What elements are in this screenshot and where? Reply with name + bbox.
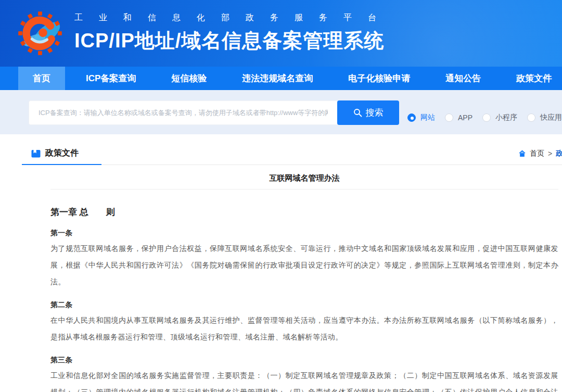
nav-item-home[interactable]: 首页 [18, 67, 65, 90]
article-1-label: 第一条 [50, 225, 558, 240]
article-3: 第三条 工业和信息化部对全国的域名服务实施监督管理，主要职责是：（一）制定互联网… [50, 352, 558, 392]
radio-app-circle-icon [445, 113, 453, 122]
radio-quickapp-label: 快应用 [540, 113, 562, 122]
breadcrumb-home-link[interactable]: 首页 [530, 149, 544, 158]
radio-app-label: APP [458, 113, 472, 122]
radio-miniprogram-circle-icon [482, 113, 491, 122]
article-1: 第一条 为了规范互联网域名服务，保护用户合法权益，保障互联网域名系统安全、可靠运… [50, 225, 558, 290]
radio-website[interactable]: 网站 [407, 113, 435, 122]
platform-name: 工业和信息化部政务服务平台 [74, 12, 392, 23]
home-icon [518, 150, 526, 157]
brand: 工业和信息化部政务服务平台 ICP/IP地址/域名信息备案管理系统 [0, 0, 562, 67]
main-content: 政策文件 首页 > 政策文件 互联网域名管理办法 第一章 总 则 第一条 为了规… [0, 134, 562, 392]
nav-item-policy-files[interactable]: 政策文件 [502, 67, 562, 90]
main-nav: 首页 ICP备案查询 短信核验 违法违规域名查询 电子化核验申请 通知公告 政策… [0, 67, 562, 90]
nav-item-icp-query[interactable]: ICP备案查询 [71, 67, 150, 90]
document-title: 互联网域名管理办法 [270, 173, 340, 182]
miit-gear-logo-icon [17, 6, 63, 60]
system-title: ICP/IP地址/域名信息备案管理系统 [74, 28, 392, 54]
nav-item-notices[interactable]: 通知公告 [431, 67, 495, 90]
document-title-row: 互联网域名管理办法 [50, 165, 558, 189]
search-type-options: 网站 APP 小程序 快应用 [407, 113, 562, 122]
search-button-label: 搜索 [366, 107, 384, 119]
nav-item-illegal-domain-query[interactable]: 违法违规域名查询 [227, 67, 327, 90]
policy-document: 互联网域名管理办法 第一章 总 则 第一条 为了规范互联网域名服务，保护用户合法… [50, 165, 558, 392]
nav-item-sms-verify[interactable]: 短信核验 [157, 67, 221, 90]
breadcrumb-separator: > [548, 149, 552, 158]
section-title: 政策文件 [45, 148, 79, 159]
radio-miniprogram[interactable]: 小程序 [482, 113, 517, 122]
search-icon [353, 108, 362, 117]
article-2-label: 第二条 [50, 297, 558, 312]
radio-quickapp[interactable]: 快应用 [527, 113, 562, 122]
article-3-label: 第三条 [50, 352, 558, 367]
radio-app[interactable]: APP [445, 113, 472, 122]
chapter-heading: 第一章 总 则 [50, 206, 558, 218]
radio-website-label: 网站 [420, 113, 435, 122]
radio-miniprogram-label: 小程序 [495, 113, 517, 122]
article-2: 第二条 在中华人民共和国境内从事互联网域名服务及其运行维护、监督管理等相关活动，… [50, 297, 558, 345]
section-header: 政策文件 首页 > 政策文件 [22, 143, 562, 165]
radio-website-circle-icon [407, 113, 416, 122]
radio-quickapp-circle-icon [527, 113, 535, 122]
breadcrumb: 首页 > 政策文件 [518, 149, 562, 158]
article-3-text: 工业和信息化部对全国的域名服务实施监督管理，主要职责是：（一）制定互联网域名管理… [50, 367, 558, 392]
breadcrumb-current[interactable]: 政策文件 [556, 149, 562, 158]
policy-files-tab[interactable]: 政策文件 [22, 143, 101, 165]
search-section: 搜索 网站 APP 小程序 快应用 [0, 90, 562, 134]
article-2-text: 在中华人民共和国境内从事互联网域名服务及其运行维护、监督管理等相关活动，应当遵守… [50, 312, 558, 345]
header-banner: 工业和信息化部政务服务平台 ICP/IP地址/域名信息备案管理系统 [0, 0, 562, 67]
article-1-text: 为了规范互联网域名服务，保护用户合法权益，保障互联网域名系统安全、可靠运行，推动… [50, 240, 558, 290]
book-icon [31, 149, 41, 158]
nav-item-electronic-verify[interactable]: 电子化核验申请 [334, 67, 425, 90]
icp-search-input[interactable] [29, 100, 337, 125]
search-button[interactable]: 搜索 [337, 100, 399, 125]
